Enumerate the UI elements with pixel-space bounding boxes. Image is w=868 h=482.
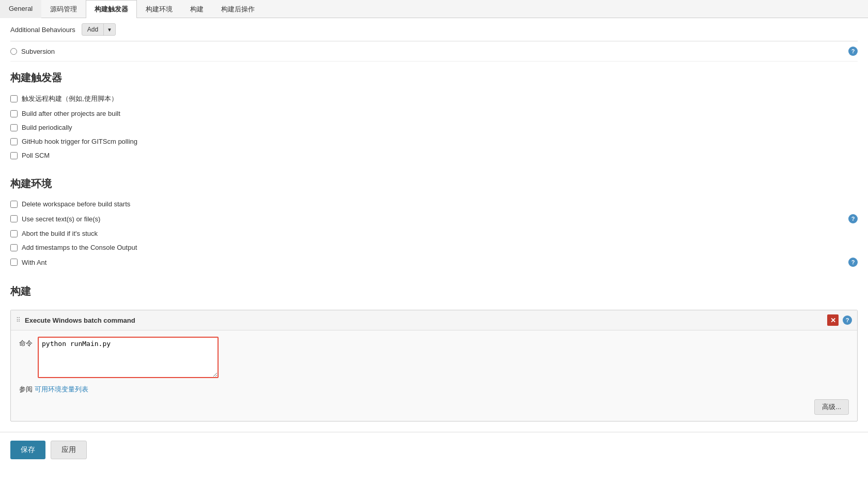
- build-card-header: ⠿ Execute Windows batch command ✕ ?: [11, 310, 857, 330]
- subversion-row: Subversion ?: [10, 41, 858, 62]
- label-with-ant: With Ant: [22, 259, 47, 266]
- ref-row: 参阅 可用环境变量列表: [19, 385, 849, 394]
- checkbox-row-add-timestamps: Add timestamps to the Console Output: [10, 240, 858, 254]
- checkbox-row-left-github-hook: GitHub hook trigger for GITScm polling: [10, 138, 137, 145]
- checkbox-poll-scm[interactable]: [10, 152, 18, 159]
- add-button-label: Add: [82, 24, 104, 35]
- checkbox-row-left-secret-text: Use secret text(s) or file(s): [10, 215, 100, 223]
- add-button-arrow: ▼: [104, 25, 115, 35]
- advanced-btn-row: 高级...: [19, 399, 849, 415]
- tab-general[interactable]: General: [0, 0, 41, 18]
- label-add-timestamps: Add timestamps to the Console Output: [22, 244, 137, 251]
- build-env-heading: 构建环境: [10, 168, 858, 197]
- additional-behaviours-label: Additional Behaviours: [10, 26, 75, 34]
- checkbox-secret-text[interactable]: [10, 215, 18, 222]
- checkbox-github-hook[interactable]: [10, 138, 18, 145]
- command-label: 命令: [19, 337, 33, 348]
- checkbox-row-secret-text: Use secret text(s) or file(s)?: [10, 211, 858, 227]
- checkbox-row-left-with-ant: With Ant: [10, 259, 47, 266]
- checkbox-row-build-periodically: Build periodically: [10, 120, 858, 134]
- command-input-area: python runMain.py: [38, 337, 849, 380]
- checkbox-row-poll-scm: Poll SCM: [10, 148, 858, 162]
- label-abort-stuck: Abort the build if it's stuck: [22, 230, 98, 237]
- footer-bar: 保存 应用: [0, 432, 868, 468]
- tab-build-env[interactable]: 构建环境: [137, 0, 181, 18]
- save-button[interactable]: 保存: [10, 441, 45, 459]
- checkbox-abort-stuck[interactable]: [10, 230, 18, 237]
- ref-prefix: 参阅: [19, 385, 33, 394]
- label-trigger-remote: 触发远程构建（例如,使用脚本）: [22, 94, 118, 103]
- label-github-hook: GitHub hook trigger for GITScm polling: [22, 138, 137, 145]
- subversion-label: Subversion: [21, 48, 55, 55]
- help-icon-secret-text[interactable]: ?: [848, 214, 858, 223]
- build-card-header-right: ✕ ?: [827, 314, 852, 326]
- checkbox-with-ant[interactable]: [10, 259, 18, 266]
- checkbox-row-left-poll-scm: Poll SCM: [10, 152, 50, 159]
- checkbox-add-timestamps[interactable]: [10, 244, 18, 251]
- build-triggers-heading: 构建触发器: [10, 62, 858, 91]
- tab-build[interactable]: 构建: [181, 0, 212, 18]
- label-delete-workspace: Delete workspace before build starts: [22, 200, 130, 208]
- subversion-help-icon[interactable]: ?: [848, 47, 858, 56]
- build-card-body: 命令 python runMain.py 参阅 可用环境变量列表 高级...: [11, 330, 857, 421]
- additional-behaviours-bar: Additional Behaviours Add ▼: [10, 18, 858, 41]
- checkbox-row-build-after-projects: Build after other projects are built: [10, 107, 858, 120]
- tab-source-management[interactable]: 源码管理: [41, 0, 86, 18]
- label-build-after-projects: Build after other projects are built: [22, 110, 120, 117]
- checkbox-row-left-abort-stuck: Abort the build if it's stuck: [10, 230, 98, 237]
- build-triggers-section: 触发远程构建（例如,使用脚本）Build after other project…: [10, 91, 858, 168]
- checkbox-row-left-build-after-projects: Build after other projects are built: [10, 110, 120, 117]
- checkbox-build-periodically[interactable]: [10, 124, 18, 131]
- checkbox-row-left-trigger-remote: 触发远程构建（例如,使用脚本）: [10, 94, 118, 103]
- build-card-help-icon[interactable]: ?: [843, 315, 852, 325]
- build-card-title: Execute Windows batch command: [25, 317, 135, 324]
- tab-post-build[interactable]: 构建后操作: [212, 0, 264, 18]
- add-button[interactable]: Add ▼: [82, 23, 116, 36]
- build-env-section: Delete workspace before build startsUse …: [10, 197, 858, 275]
- help-icon-with-ant[interactable]: ?: [848, 258, 858, 267]
- build-heading: 构建: [10, 275, 858, 305]
- advanced-button[interactable]: 高级...: [814, 399, 849, 415]
- checkbox-row-with-ant: With Ant?: [10, 254, 858, 270]
- label-build-periodically: Build periodically: [22, 124, 72, 131]
- label-poll-scm: Poll SCM: [22, 152, 50, 159]
- checkbox-row-github-hook: GitHub hook trigger for GITScm polling: [10, 134, 858, 148]
- build-section: ⠿ Execute Windows batch command ✕ ? 命令 p…: [10, 310, 858, 421]
- checkbox-row-abort-stuck: Abort the build if it's stuck: [10, 227, 858, 240]
- build-card-header-left: ⠿ Execute Windows batch command: [16, 317, 135, 324]
- checkbox-row-left-build-periodically: Build periodically: [10, 124, 72, 131]
- build-card: ⠿ Execute Windows batch command ✕ ? 命令 p…: [10, 310, 858, 421]
- tab-bar: General源码管理构建触发器构建环境构建构建后操作: [0, 0, 868, 18]
- checkbox-row-left-add-timestamps: Add timestamps to the Console Output: [10, 244, 137, 251]
- content-area: Additional Behaviours Add ▼ Subversion ?…: [0, 18, 868, 432]
- delete-button[interactable]: ✕: [827, 314, 839, 326]
- checkbox-row-left-delete-workspace: Delete workspace before build starts: [10, 200, 130, 208]
- drag-handle-icon[interactable]: ⠿: [16, 317, 21, 324]
- checkbox-row-delete-workspace: Delete workspace before build starts: [10, 197, 858, 211]
- checkbox-row-trigger-remote: 触发远程构建（例如,使用脚本）: [10, 91, 858, 107]
- ref-link[interactable]: 可用环境变量列表: [35, 385, 88, 394]
- subversion-radio[interactable]: [10, 48, 17, 55]
- checkbox-build-after-projects[interactable]: [10, 110, 18, 117]
- checkbox-delete-workspace[interactable]: [10, 201, 18, 208]
- checkbox-trigger-remote[interactable]: [10, 95, 18, 102]
- command-input[interactable]: python runMain.py: [38, 337, 219, 378]
- command-row: 命令 python runMain.py: [19, 337, 849, 380]
- label-secret-text: Use secret text(s) or file(s): [22, 215, 100, 223]
- tab-build-triggers[interactable]: 构建触发器: [86, 0, 137, 18]
- apply-button[interactable]: 应用: [51, 441, 87, 459]
